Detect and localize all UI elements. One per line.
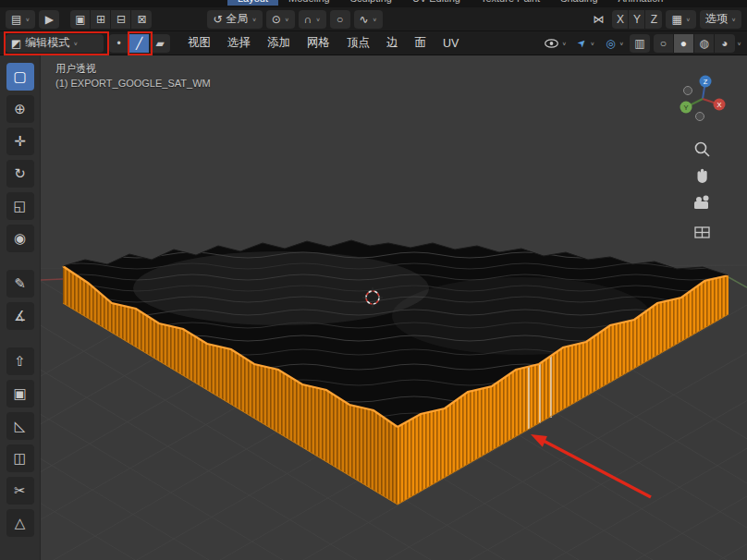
menu-uv[interactable]: UV — [435, 33, 467, 54]
eye-icon — [545, 39, 558, 48]
chevron-down-icon: ∨ — [619, 40, 624, 45]
loop-cut-icon: ◫ — [13, 450, 26, 467]
select-intersect-icon: ⊠ — [137, 13, 146, 26]
pan-hand-icon[interactable] — [698, 169, 707, 183]
navigation-gizmo[interactable]: Z X Y — [680, 76, 726, 121]
transform-icon: ◉ — [14, 230, 26, 247]
tool-scale[interactable]: ◱ — [6, 192, 34, 220]
tool-shelf: ▢ ⊕ ✛ ↻ ◱ ◉ ✎ ∡ ⇧ ▣ ◺ ◫ ✂ △ — [0, 55, 41, 560]
falloff-icon: ∿ — [360, 13, 369, 26]
view-perspective-label: 用户透视 — [55, 61, 211, 76]
gizmo-z-label: Z — [704, 78, 708, 86]
chevron-down-icon: ∨ — [731, 16, 736, 21]
vertex-select-icon: • — [116, 37, 120, 50]
shading-options-chevron[interactable]: ∨ — [737, 40, 741, 45]
gizmo-icon: ➤ — [575, 36, 590, 51]
menu-mesh[interactable]: 网格 — [299, 33, 338, 54]
pivot-point-dropdown[interactable]: ⊙ ∨ — [266, 10, 295, 29]
tool-poly-build[interactable]: △ — [6, 509, 34, 537]
workspace-tab-animation[interactable]: Animation — [608, 0, 674, 6]
mesh-select-mode-group: • ╱ ▰ — [109, 34, 170, 53]
chevron-down-icon: ∨ — [590, 40, 594, 45]
select-set-button[interactable]: ▣ — [70, 10, 91, 29]
grid-snap-icon: ▦ — [671, 13, 681, 26]
measure-icon: ∡ — [14, 308, 26, 324]
mirror-z-button[interactable]: Z — [645, 10, 662, 29]
snap-target-dropdown[interactable]: ▦ ∨ — [666, 10, 695, 29]
tool-loop-cut[interactable]: ◫ — [6, 444, 34, 472]
gizmos-dropdown[interactable]: ➤ ∨ — [572, 34, 600, 53]
wireframe-shading-button[interactable]: ○ — [654, 34, 674, 53]
chevron-down-icon: ∨ — [686, 16, 691, 21]
workspace-tab-uv-editing[interactable]: UV Editing — [402, 0, 471, 6]
select-box-icon: ▢ — [13, 68, 26, 85]
menu-view[interactable]: 视图 — [179, 33, 219, 54]
mirror-x-button[interactable]: X — [612, 10, 629, 29]
material-shading-icon: ◍ — [699, 37, 708, 50]
rendered-shading-button[interactable]: ◕ — [715, 34, 735, 53]
mode-dropdown[interactable]: ◩ 编辑模式 ∨ — [6, 34, 104, 53]
select-subtract-button[interactable]: ⊟ — [111, 10, 131, 29]
object-visibility-dropdown[interactable]: ∨ — [539, 34, 572, 53]
ortho-toggle-icon[interactable] — [695, 227, 709, 237]
workspace-tab-modeling[interactable]: Modeling — [278, 0, 340, 6]
move-icon: ✛ — [14, 133, 26, 150]
select-intersect-button[interactable]: ⊠ — [131, 10, 152, 29]
workspace-tab-strip: Layout Modeling Sculpting UV Editing Tex… — [0, 0, 747, 7]
menu-vertex[interactable]: 顶点 — [338, 33, 378, 54]
knife-icon: ✂ — [14, 482, 26, 499]
workspace-tab-layout[interactable]: Layout — [227, 0, 278, 6]
mirror-icon: ⋈ — [588, 10, 608, 29]
bevel-icon: ◺ — [15, 418, 26, 434]
tool-knife[interactable]: ✂ — [6, 477, 34, 505]
workspace-tab-texture-paint[interactable]: Texture Paint — [471, 0, 550, 6]
scale-icon: ◱ — [13, 198, 26, 214]
rendered-shading-icon: ◕ — [721, 37, 728, 50]
tool-inset[interactable]: ▣ — [6, 380, 34, 408]
viewport-menus: 视图 选择 添加 网格 顶点 边 面 UV — [179, 33, 467, 54]
menu-select[interactable]: 选择 — [219, 33, 259, 54]
mirror-y-button[interactable]: Y — [629, 10, 645, 29]
face-select-button[interactable]: ▰ — [150, 34, 170, 53]
viewport-header: ◩ 编辑模式 ∨ • ╱ ▰ 视图 选择 添加 网格 顶点 边 面 UV ∨ ➤… — [0, 31, 747, 55]
wireframe-shading-icon: ○ — [660, 37, 667, 50]
active-tool-button[interactable]: ▶ — [39, 10, 59, 29]
viewport-canvas[interactable]: Z X Y 用户透视 (1) EXPORT_GOOGLE_SAT_WM — [41, 55, 747, 560]
solid-shading-button[interactable]: ● — [674, 34, 694, 53]
snap-dropdown[interactable]: ∩ ∨ — [299, 10, 326, 29]
editor-type-dropdown[interactable]: ▤ ∨ — [6, 10, 35, 29]
workspace-tab-sculpting[interactable]: Sculpting — [340, 0, 402, 6]
tool-extrude[interactable]: ⇧ — [6, 347, 34, 375]
falloff-dropdown[interactable]: ∿ ∨ — [354, 10, 383, 29]
menu-add[interactable]: 添加 — [259, 33, 299, 54]
xray-toggle[interactable]: ▥ — [630, 34, 650, 53]
tool-transform[interactable]: ◉ — [6, 225, 34, 252]
overlays-icon: ◎ — [606, 37, 615, 50]
tool-options-dropdown[interactable]: 选项 ∨ — [700, 10, 741, 29]
tool-move[interactable]: ✛ — [6, 128, 34, 155]
terrain-mesh[interactable] — [54, 240, 729, 505]
tool-cursor[interactable]: ⊕ — [6, 95, 34, 123]
mirror-axis-group: X Y Z — [612, 10, 662, 29]
solid-shading-icon: ● — [680, 37, 687, 50]
extrude-icon: ⇧ — [14, 353, 26, 370]
select-extend-button[interactable]: ⊞ — [91, 10, 111, 29]
workspace-tab-shading[interactable]: Shading — [550, 0, 607, 6]
edge-select-button[interactable]: ╱ — [129, 34, 150, 53]
menu-face[interactable]: 面 — [407, 33, 435, 54]
tool-select-box[interactable]: ▢ — [6, 63, 34, 91]
tool-measure[interactable]: ∡ — [6, 302, 34, 330]
chevron-down-icon: ∨ — [562, 40, 567, 45]
overlays-dropdown[interactable]: ◎ ∨ — [600, 34, 630, 53]
proportional-edit-toggle[interactable]: ○ — [330, 10, 350, 29]
transform-orientation-dropdown[interactable]: ↺ 全局 ∨ — [207, 10, 262, 29]
tool-bevel[interactable]: ◺ — [6, 412, 34, 440]
menu-edge[interactable]: 边 — [378, 33, 407, 54]
tool-annotate[interactable]: ✎ — [6, 270, 34, 298]
material-shading-button[interactable]: ◍ — [694, 34, 715, 53]
tool-rotate[interactable]: ↻ — [6, 160, 34, 188]
camera-view-icon[interactable] — [694, 196, 709, 210]
orientation-label: 全局 — [227, 11, 249, 27]
zoom-icon[interactable] — [696, 143, 710, 157]
vertex-select-button[interactable]: • — [109, 34, 129, 53]
